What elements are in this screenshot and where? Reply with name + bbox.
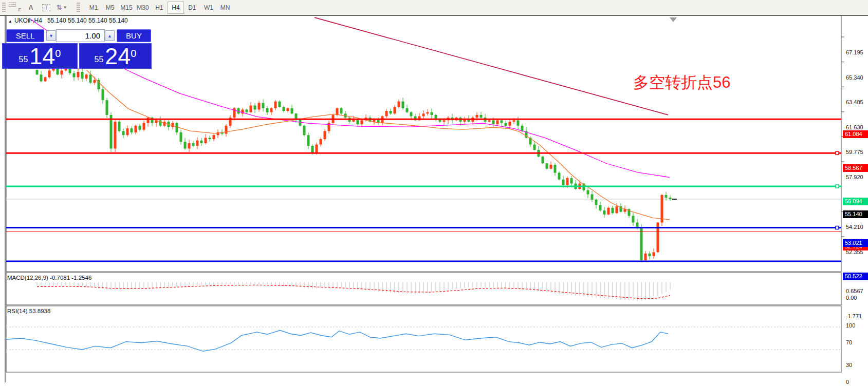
toolbar-grip[interactable]: [2, 3, 6, 13]
price-badge: 61.084: [843, 130, 868, 138]
price-tick: 61.630: [846, 124, 863, 130]
template-f-icon[interactable]: F: [9, 2, 22, 13]
price-badge: 53.021: [843, 239, 868, 247]
price-tick: 57.920: [846, 174, 863, 180]
volume-input[interactable]: [56, 29, 105, 42]
timeframe-m1[interactable]: M1: [85, 2, 102, 14]
timeframe-w1[interactable]: W1: [200, 2, 217, 14]
toolbar-grip[interactable]: [77, 3, 80, 13]
price-tick: 59.775: [846, 149, 863, 155]
price-badge: 56.094: [843, 198, 868, 205]
collapse-icon[interactable]: ▲: [8, 19, 12, 24]
text-box-icon[interactable]: T: [40, 2, 53, 13]
rsi-tick: 70: [846, 339, 852, 345]
volume-down-button[interactable]: ▼: [46, 30, 56, 41]
chart-canvas[interactable]: [0, 15, 868, 386]
rsi-tick: 30: [846, 362, 852, 368]
macd-tick: 0.00: [846, 295, 857, 301]
sell-price-display[interactable]: 55140: [2, 43, 78, 69]
macd-tick: -1.771: [846, 313, 862, 319]
price-badge: 58.567: [843, 164, 868, 172]
timeframe-m15[interactable]: M15: [118, 2, 135, 14]
rsi-tick: 100: [846, 322, 855, 329]
buy-price-display[interactable]: 55240: [79, 43, 152, 69]
macd-tick: 0.6567: [846, 288, 863, 294]
volume-up-button[interactable]: ▲: [105, 30, 115, 41]
chart-window[interactable]: ▲UKOil-,H455.140 55.140 55.140 55.140 SE…: [0, 15, 868, 386]
text-label-icon[interactable]: A: [24, 2, 38, 13]
rsi-label: RSI(14) 53.8938: [7, 308, 50, 314]
mt4-window: F A T ⇅ ▼ M1M5M15M30H1H4D1W1MN ▲UKOil-,H…: [0, 0, 868, 386]
timeframe-mn[interactable]: MN: [217, 2, 233, 14]
toolbar: F A T ⇅ ▼ M1M5M15M30H1H4D1W1MN: [0, 0, 868, 15]
chevron-down-icon: ▼: [63, 5, 67, 10]
chart-annotation-text: 多空转折点56: [633, 72, 730, 93]
buy-button[interactable]: BUY: [117, 29, 151, 42]
timeframe-h4[interactable]: H4: [168, 2, 184, 14]
timeframe-m5[interactable]: M5: [102, 2, 118, 14]
timeframe-m30[interactable]: M30: [135, 2, 151, 14]
timeframe-buttons: M1M5M15M30H1H4D1W1MN: [85, 2, 233, 14]
price-badge: 55.140: [843, 210, 868, 218]
symbol-name: UKOil-,H4: [14, 17, 42, 24]
price-tick: 63.485: [846, 99, 863, 105]
sell-button[interactable]: SELL: [6, 29, 44, 42]
price-tick: 67.195: [846, 49, 863, 55]
rsi-tick: 0: [846, 379, 849, 385]
ohlc-values: 55.140 55.140 55.140 55.140: [47, 17, 128, 24]
price-tick: 65.340: [846, 74, 863, 81]
price-tick: 54.210: [846, 224, 863, 230]
price-badge: 50.522: [843, 273, 868, 280]
timeframe-d1[interactable]: D1: [184, 2, 200, 14]
shapes-icon[interactable]: ⇅ ▼: [55, 2, 68, 13]
timeframe-h1[interactable]: H1: [151, 2, 168, 14]
macd-label: MACD(12,26,9) -0.7081 -1.2546: [7, 275, 91, 281]
chart-title: ▲UKOil-,H455.140 55.140 55.140 55.140: [8, 17, 128, 24]
